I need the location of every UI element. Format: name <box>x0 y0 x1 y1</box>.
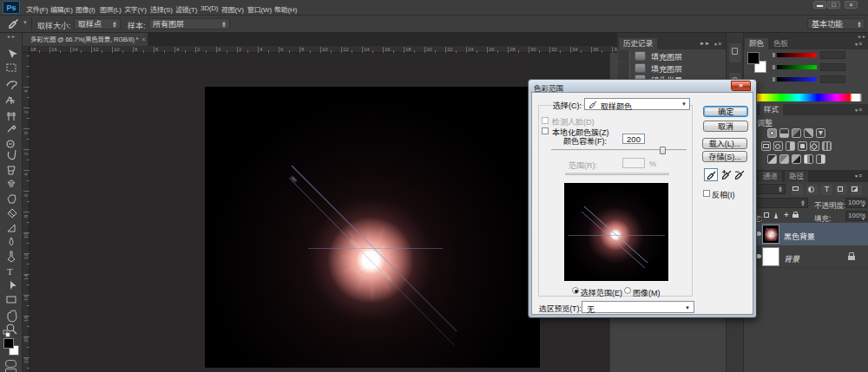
svg-text:2: 2 <box>23 110 29 114</box>
svg-text:0: 0 <box>218 47 221 52</box>
svg-text:4: 4 <box>176 47 180 52</box>
svg-text:14: 14 <box>23 274 29 280</box>
svg-text:4: 4 <box>260 47 263 52</box>
svg-text:16: 16 <box>23 295 29 301</box>
svg-text:8: 8 <box>23 214 29 218</box>
svg-text:34: 34 <box>572 47 578 52</box>
svg-text:2: 2 <box>23 152 29 155</box>
svg-text:16: 16 <box>385 47 391 52</box>
svg-text:6: 6 <box>280 47 284 52</box>
svg-text:32: 32 <box>551 47 557 52</box>
svg-text:24: 24 <box>468 47 474 52</box>
svg-text:8: 8 <box>135 47 138 52</box>
svg-text:18: 18 <box>23 316 29 322</box>
svg-text:4: 4 <box>23 173 29 176</box>
svg-text:18: 18 <box>30 47 36 52</box>
svg-text:10: 10 <box>23 232 29 238</box>
svg-text:6: 6 <box>155 47 159 52</box>
svg-text:22: 22 <box>23 357 29 363</box>
svg-text:2: 2 <box>239 47 242 52</box>
svg-text:16: 16 <box>51 47 57 52</box>
svg-text:20: 20 <box>23 336 29 343</box>
svg-text:20: 20 <box>426 47 432 52</box>
svg-text:T: T <box>7 266 13 277</box>
svg-text:14: 14 <box>364 47 370 52</box>
svg-text:0: 0 <box>23 131 29 134</box>
svg-text:22: 22 <box>447 47 453 52</box>
svg-text:10: 10 <box>114 47 120 52</box>
svg-text:12: 12 <box>23 253 29 259</box>
svg-text:26: 26 <box>489 47 495 52</box>
svg-text:10: 10 <box>322 47 328 52</box>
svg-text:2: 2 <box>197 47 201 52</box>
svg-text:12: 12 <box>93 47 99 52</box>
svg-text:8: 8 <box>301 47 305 52</box>
svg-text:36: 36 <box>593 47 599 52</box>
svg-text:4: 4 <box>23 89 29 93</box>
svg-text:30: 30 <box>530 47 536 52</box>
svg-text:14: 14 <box>72 47 78 52</box>
svg-text:6: 6 <box>23 193 29 197</box>
svg-text:18: 18 <box>405 47 411 52</box>
svg-text:28: 28 <box>510 47 516 52</box>
svg-text:12: 12 <box>343 47 349 52</box>
